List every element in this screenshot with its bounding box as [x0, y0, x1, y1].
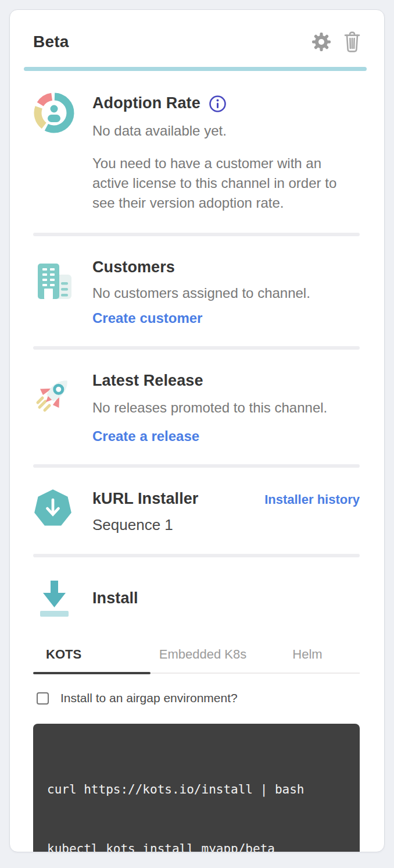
- customers-title: Customers: [92, 258, 360, 276]
- customers-section: Customers No customers assigned to chann…: [10, 236, 384, 346]
- installer-sequence: Sequence 1: [92, 516, 198, 534]
- install-download-icon: [33, 577, 75, 619]
- airgap-checkbox[interactable]: [37, 692, 49, 705]
- kurl-installer-title: kURL Installer: [92, 490, 198, 508]
- header-actions: [311, 31, 362, 53]
- command-line-2: kubectl kots install myapp/beta: [47, 839, 346, 852]
- create-customer-link[interactable]: Create customer: [92, 310, 202, 326]
- airgap-row: Install to an airgap environment?: [37, 691, 360, 705]
- channel-accent-bar: [24, 67, 367, 71]
- command-line-1: curl https://kots.io/install | bash: [47, 780, 346, 799]
- adoption-no-data-text: No data available yet.: [92, 121, 360, 141]
- channel-card: Beta: [9, 9, 385, 852]
- latest-release-section: Latest Release No releases promoted to t…: [10, 350, 384, 464]
- gear-icon[interactable]: [311, 31, 332, 52]
- card-header: Beta: [10, 10, 384, 67]
- channel-title: Beta: [33, 33, 69, 51]
- airgap-label: Install to an airgap environment?: [60, 691, 238, 705]
- installer-history-link[interactable]: Installer history: [264, 492, 360, 507]
- adoption-rate-title: Adoption Rate: [92, 94, 200, 112]
- tab-kots[interactable]: KOTS: [33, 639, 151, 673]
- trash-icon[interactable]: [342, 31, 362, 53]
- adoption-rate-section: Adoption Rate No data available yet. You…: [10, 71, 384, 233]
- release-empty-text: No releases promoted to this channel.: [92, 398, 360, 418]
- buildings-icon: [33, 257, 75, 326]
- kurl-installer-section: kURL Installer Sequence 1 Installer hist…: [10, 468, 384, 554]
- install-command-block: curl https://kots.io/install | bash kube…: [33, 724, 360, 852]
- customers-empty-text: No customers assigned to channel.: [92, 283, 360, 303]
- latest-release-title: Latest Release: [92, 372, 360, 390]
- create-release-link[interactable]: Create a release: [92, 428, 199, 444]
- install-tabs: KOTS Embedded K8s Helm: [33, 639, 360, 674]
- rocket-icon: [33, 371, 75, 444]
- kurl-download-heptagon-icon: [33, 489, 75, 534]
- install-section: Install KOTS Embedded K8s Helm Install t…: [10, 557, 384, 852]
- adoption-help-text: You need to have a customer with an acti…: [92, 154, 360, 213]
- install-title: Install: [92, 589, 138, 607]
- info-icon[interactable]: [209, 93, 227, 113]
- tab-helm[interactable]: Helm: [255, 639, 360, 673]
- tab-embedded-k8s[interactable]: Embedded K8s: [151, 639, 255, 673]
- adoption-rate-donut-icon: [33, 92, 75, 213]
